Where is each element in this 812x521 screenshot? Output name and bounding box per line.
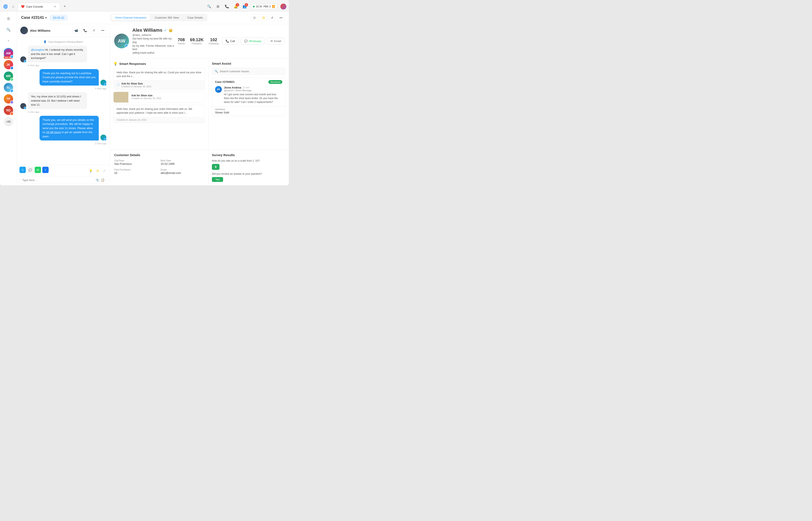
main-content: Case #23141 ▾ 00:05:32 Omni-Channel Inte…	[17, 12, 289, 185]
chat-header: Alex Williams 📹 📞 ↺ •••	[17, 24, 110, 37]
new-tab-button[interactable]: +	[62, 4, 68, 9]
assist-case-header: Case #3784921 Resolved	[212, 78, 285, 86]
browser-grid-icon[interactable]: ⊞	[215, 4, 221, 9]
right-panel: AW 𝕏 Alex Williams ✓ 👑 @alex_williams Ou…	[110, 24, 289, 185]
twitter-badge-msg2: 𝕏	[24, 107, 26, 109]
more-options-button[interactable]: •••	[277, 14, 285, 21]
channel-tab-twitter[interactable]: 𝕏	[19, 167, 26, 173]
browser-agents-icon[interactable]: 👥 8	[242, 4, 248, 9]
tool-expand[interactable]: ⤢	[101, 168, 107, 174]
case-dropdown-icon[interactable]: ▾	[45, 16, 47, 19]
case-number: Case #23141 ▾	[21, 16, 47, 20]
browser-tab[interactable]: ❤️ Care Console ✕	[18, 3, 60, 10]
msg-timestamp-3: 2 mins ago	[20, 111, 106, 113]
tool-lightbulb[interactable]: 💡	[88, 168, 94, 174]
sidebar-menu-icon[interactable]: ☰	[4, 14, 13, 23]
more-agents-button[interactable]: +20	[4, 117, 13, 126]
smart-assist-panel: Smart Assist 🔍 Case #3784921 Reso	[209, 58, 289, 150]
agent-avatar-4[interactable]: SL 𝕏	[4, 83, 13, 92]
customer-name-row: Alex Williams ✓ 👑	[132, 27, 174, 33]
agent-avatar-3[interactable]: MR W	[4, 71, 13, 81]
browser-search-icon[interactable]: 🔍	[206, 4, 212, 9]
customer-stats: 708 Tweets 69.12K Followers 102 Followin…	[178, 38, 219, 45]
doc-icon-1: 📄	[116, 84, 120, 86]
svg-rect-0	[116, 92, 126, 103]
user-avatar[interactable]	[280, 4, 286, 9]
smart-assist-search: 🔍	[212, 68, 285, 75]
tab-omni-channel[interactable]: Omni-Channel Interaction	[111, 15, 150, 21]
browser-actions: 🔍 ⊞ 📞 🔔 8 👥 8 15:34 PBK 3 📶	[206, 4, 286, 9]
incoming-avatar-2: 𝕏	[20, 103, 26, 109]
twitter-badge-out1: 𝕏	[104, 83, 107, 86]
response-card-footer-3: Created on January 18, 2021	[113, 117, 205, 123]
stat-following: 102 Following	[209, 38, 218, 45]
customer-action-buttons: 📞 Call 💬 Whatsapp ✉ Email	[222, 38, 285, 45]
assist-agent-avatar: JA	[215, 86, 222, 93]
link-24-48[interactable]: 24-48 hours	[46, 131, 61, 134]
response-card-3[interactable]: Hello Alex, thank you for sharing your o…	[113, 105, 205, 123]
channel-tab-chat[interactable]: 💬	[27, 167, 34, 173]
chat-tools: 💡 ✨ ⤢	[88, 168, 107, 174]
detail-birth: Birth Date 15-02-1995	[161, 159, 204, 165]
response-card-1[interactable]: Hello Alex, thank you for sharing this w…	[113, 68, 205, 90]
customer-name: Alex Williams	[132, 27, 163, 33]
call-icon: 📞	[226, 40, 229, 43]
response-card-date-2: Created on January 18, 2021	[131, 97, 202, 99]
home-icon[interactable]: ⌂	[10, 4, 16, 9]
message-group-2: 𝕏 Thank you for reaching out to LuxeGlow…	[20, 69, 106, 90]
system-message-icon: 👤	[44, 40, 46, 43]
tab-case-details[interactable]: Case Details	[184, 15, 207, 21]
detail-city: City/Town San Francisco	[114, 159, 158, 165]
resolved-badge: Resolved	[268, 80, 282, 84]
agent-avatar-2[interactable]: JK f	[4, 60, 13, 69]
platform-badge-twitter-2: 𝕏	[10, 89, 13, 93]
chat-input-area: 𝕏 💬 W f 💡 ✨ ⤢	[17, 165, 110, 185]
sidebar-expand-icon[interactable]: ›	[4, 36, 13, 45]
stat-tweets: 708 Tweets	[178, 38, 185, 45]
response-card-2[interactable]: 👟 Ask for Shoe size Created on January 1…	[113, 92, 205, 103]
chat-more-button[interactable]: •••	[99, 27, 106, 34]
refresh-button[interactable]: ↺	[269, 14, 276, 21]
bell-badge: 8	[236, 3, 239, 6]
channel-tabs: 𝕏 💬 W f	[19, 167, 49, 173]
magic-wand-button[interactable]: ✨	[260, 14, 267, 21]
agent-avatar-1[interactable]: AW 10m 32s 𝕏	[4, 49, 13, 58]
incoming-avatar-1: 𝕏	[20, 56, 26, 62]
assist-case-id: Case #3784921	[215, 80, 266, 84]
response-card-text-1: Hello Alex, thank you for sharing this w…	[113, 68, 205, 81]
browser-phone-icon[interactable]: 📞	[224, 4, 230, 9]
search-input-assist[interactable]	[220, 70, 283, 73]
template-icon[interactable]: 📋	[101, 178, 104, 182]
agent-avatar-5[interactable]: TP V	[4, 94, 13, 104]
message-group-1: 𝕏 @luxeglow Hi, I ordered my shoes recen…	[20, 46, 106, 67]
agent-avatar-6[interactable]: RD R	[4, 106, 13, 115]
channel-tab-whatsapp[interactable]: W	[35, 167, 41, 173]
msg-timestamp-2: 5 mins ago	[20, 87, 106, 90]
refresh-chat-button[interactable]: ↺	[90, 27, 98, 34]
tab-close-button[interactable]: ✕	[53, 5, 57, 8]
outgoing-avatar-1: 𝕏	[101, 80, 106, 86]
tool-magic[interactable]: ✨	[94, 168, 101, 174]
browser-bell-icon[interactable]: 🔔 8	[233, 4, 239, 9]
email-button[interactable]: ✉ Email	[267, 38, 285, 45]
outgoing-message-1: 𝕏 Thank you for reaching out to LuxeGlow…	[20, 69, 106, 86]
call-button[interactable]: 📞 Call	[222, 38, 238, 45]
whatsapp-button[interactable]: 💬 Whatsapp	[241, 38, 265, 45]
video-call-button[interactable]: 📹	[72, 27, 80, 34]
phone-call-button[interactable]: 📞	[81, 27, 89, 34]
survey-title: Survey Results	[212, 153, 285, 157]
maximize-button[interactable]: ⊡	[251, 14, 258, 21]
msg-timestamp-1: 6 mins ago	[20, 64, 106, 67]
chat-input-field[interactable]	[22, 179, 94, 182]
assist-field-value: Shoes Sold	[215, 111, 282, 114]
channel-tab-facebook[interactable]: f	[42, 167, 49, 173]
message-group-3: 𝕏 Yes, my shoe size is 10 (US) and shoes…	[20, 92, 106, 113]
agent-list: AW 10m 32s 𝕏 JK f MR W SL 𝕏 TP V RD	[4, 47, 13, 183]
attach-icon[interactable]: 📎	[95, 178, 99, 182]
tab-customer-360[interactable]: Customer 360 View	[151, 15, 183, 21]
case-timer: 00:05:32	[50, 15, 67, 21]
status-pbk: PBK 3	[263, 5, 271, 8]
chat-contact-name: Alex Williams	[30, 29, 70, 32]
tab-icon: ❤️	[21, 5, 24, 8]
sidebar-search-icon[interactable]: 🔍	[4, 25, 13, 34]
